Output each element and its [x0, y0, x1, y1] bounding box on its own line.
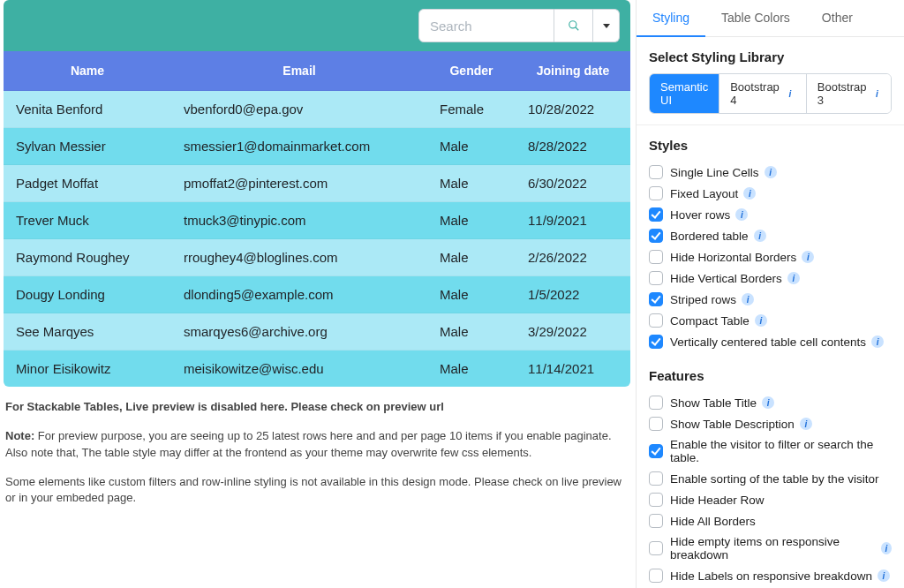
cell-name: Sylvan Messier: [4, 128, 171, 165]
opt-show-desc[interactable]: Show Table Description i: [649, 413, 892, 434]
table-row[interactable]: Padget Moffatpmoffat2@pinterest.comMale6…: [4, 165, 630, 202]
svg-line-1: [575, 27, 578, 31]
opt-hide-vertical[interactable]: Hide Vertical Borders i: [649, 268, 892, 289]
opt-hide-header[interactable]: Hide Header Row: [649, 489, 892, 510]
heading-features: Features: [649, 368, 892, 383]
cell-email: smarqyes6@archive.org: [171, 313, 427, 351]
table-row[interactable]: Minor Eisikowitzmeisikowitze@wisc.eduMal…: [4, 351, 630, 388]
table-row[interactable]: Dougy Londingdlonding5@example.comMale1/…: [4, 276, 630, 313]
opt-show-title[interactable]: Show Table Title i: [649, 392, 892, 413]
cell-name: Venita Benford: [4, 91, 171, 128]
col-joining[interactable]: Joining date: [516, 51, 630, 91]
info-icon[interactable]: i: [871, 87, 882, 100]
table-row[interactable]: Raymond Rougheyrroughey4@bloglines.comMa…: [4, 239, 630, 276]
opt-hide-labels[interactable]: Hide Labels on responsive breakdown i: [649, 565, 892, 586]
cell-name: Padget Moffat: [4, 165, 171, 202]
cell-gender: Male: [427, 351, 516, 388]
cell-joined: 6/30/2022: [516, 165, 630, 202]
cell-name: Minor Eisikowitz: [4, 351, 171, 388]
table-row[interactable]: Trever Mucktmuck3@tinypic.comMale11/9/20…: [4, 202, 630, 239]
opt-hide-horizontal[interactable]: Hide Horizontal Borders i: [649, 246, 892, 268]
info-icon[interactable]: i: [871, 335, 884, 348]
col-gender[interactable]: Gender: [427, 51, 516, 91]
info-icon[interactable]: i: [735, 208, 748, 221]
svg-point-0: [569, 21, 576, 28]
opt-striped[interactable]: Striped rows i: [649, 289, 892, 310]
opt-hide-all-borders[interactable]: Hide All Borders: [649, 510, 892, 531]
opt-hide-empty[interactable]: Hide empty items on responsive breakdown…: [649, 531, 892, 565]
cell-gender: Female: [427, 91, 516, 128]
cell-email: meisikowitze@wisc.edu: [171, 351, 427, 388]
info-icon[interactable]: i: [754, 230, 766, 242]
info-icon[interactable]: i: [743, 187, 756, 200]
cell-gender: Male: [427, 276, 516, 313]
cell-email: smessier1@domainmarket.com: [171, 128, 427, 165]
search-icon: [568, 19, 580, 32]
pill-bootstrap4[interactable]: Bootstrap 4 i: [719, 74, 807, 113]
table-toolbar: [4, 0, 630, 51]
cell-email: tmuck3@tinypic.com: [171, 202, 427, 239]
opt-enable-filter[interactable]: Enable the visitor to filter or search t…: [649, 434, 892, 468]
info-icon[interactable]: i: [765, 166, 777, 178]
cell-name: Raymond Roughey: [4, 239, 171, 276]
tab-styling[interactable]: Styling: [637, 0, 705, 37]
cell-email: rroughey4@bloglines.com: [171, 239, 427, 276]
cell-joined: 10/28/2022: [516, 91, 630, 128]
opt-compact[interactable]: Compact Table i: [649, 310, 892, 331]
note-elements: Some elements like custom filters and ro…: [5, 474, 630, 508]
cell-joined: 11/9/2021: [516, 202, 630, 239]
tab-other[interactable]: Other: [806, 0, 869, 36]
heading-select-library: Select Styling Library: [649, 49, 892, 64]
info-icon[interactable]: i: [800, 418, 812, 430]
info-icon[interactable]: i: [742, 293, 754, 305]
styling-library-select: Semantic UI Bootstrap 4 i Bootstrap 3 i: [649, 73, 892, 114]
tab-table-colors[interactable]: Table Colors: [705, 0, 806, 36]
cell-email: dlonding5@example.com: [171, 276, 427, 313]
table-row[interactable]: See Marqyessmarqyes6@archive.orgMale3/29…: [4, 313, 630, 351]
opt-bordered[interactable]: Bordered table i: [649, 225, 892, 246]
col-name[interactable]: Name: [4, 51, 171, 91]
heading-styles: Styles: [649, 138, 892, 153]
search-button[interactable]: [554, 9, 593, 42]
note-preview: Note: For preview purpose, you are seein…: [5, 428, 630, 462]
opt-single-line[interactable]: Single Line Cells i: [649, 162, 892, 183]
opt-fixed-layout[interactable]: Fixed Layout i: [649, 183, 892, 204]
info-icon[interactable]: i: [785, 87, 795, 100]
caret-down-icon: [603, 24, 610, 28]
cell-joined: 8/28/2022: [516, 128, 630, 165]
info-icon[interactable]: i: [755, 314, 767, 327]
pill-semantic-ui[interactable]: Semantic UI: [650, 74, 719, 113]
search-options-dropdown[interactable]: [593, 9, 620, 42]
info-icon[interactable]: i: [762, 396, 774, 409]
opt-hover-rows[interactable]: Hover rows i: [649, 204, 892, 225]
cell-name: Trever Muck: [4, 202, 171, 239]
cell-joined: 3/29/2022: [516, 313, 630, 351]
table-row[interactable]: Sylvan Messiersmessier1@domainmarket.com…: [4, 128, 630, 165]
note-stackable: For Stackable Tables, Live preview is di…: [5, 399, 630, 416]
cell-joined: 11/14/2021: [516, 351, 630, 388]
cell-name: See Marqyes: [4, 313, 171, 351]
info-icon[interactable]: i: [802, 251, 814, 263]
cell-gender: Male: [427, 313, 516, 351]
info-icon[interactable]: i: [881, 542, 892, 554]
cell-email: vbenford0@epa.gov: [171, 91, 427, 128]
info-icon[interactable]: i: [878, 569, 890, 582]
opt-vcenter[interactable]: Vertically centered table cell contents …: [649, 331, 892, 352]
cell-name: Dougy Londing: [4, 276, 171, 313]
cell-email: pmoffat2@pinterest.com: [171, 165, 427, 202]
pill-bootstrap3[interactable]: Bootstrap 3 i: [807, 74, 892, 113]
col-email[interactable]: Email: [171, 51, 427, 91]
notes-block: For Stackable Tables, Live preview is di…: [0, 387, 636, 507]
cell-gender: Male: [427, 165, 516, 202]
search-input[interactable]: [418, 9, 554, 42]
cell-gender: Male: [427, 202, 516, 239]
cell-joined: 1/5/2022: [516, 276, 630, 313]
data-table: Name Email Gender Joining date Venita Be…: [4, 51, 630, 387]
settings-tabs: Styling Table Colors Other: [637, 0, 904, 37]
opt-enable-sort[interactable]: Enable sorting of the table by the visit…: [649, 468, 892, 489]
table-row[interactable]: Venita Benfordvbenford0@epa.govFemale10/…: [4, 91, 630, 128]
info-icon[interactable]: i: [787, 272, 800, 284]
cell-joined: 2/26/2022: [516, 239, 630, 276]
cell-gender: Male: [427, 128, 516, 165]
cell-gender: Male: [427, 239, 516, 276]
